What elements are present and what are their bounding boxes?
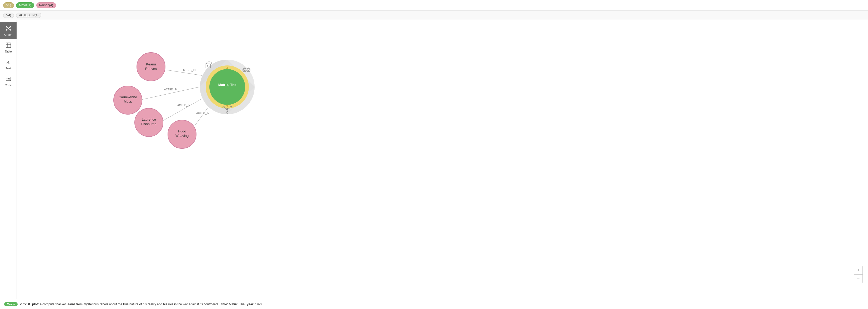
svg-line-5 <box>7 27 8 28</box>
graph-svg: ACTED_IN ACTED_IN ACTED_IN ACTED_IN Mat <box>17 20 868 299</box>
sidebar-item-table[interactable]: Table <box>0 39 17 56</box>
info-movie-badge: Movie <box>4 302 18 306</box>
hugo-label2: Weaving <box>176 134 189 138</box>
top-toolbar: *(5) Movie(1) Person(4) <box>0 0 868 10</box>
hugo-label1: Hugo <box>178 129 186 133</box>
graph-icon <box>5 25 12 32</box>
sidebar-code-label: Code <box>5 83 11 87</box>
node-hugo-weaving[interactable]: Hugo Weaving <box>168 120 196 148</box>
person-nodes-badge[interactable]: Person(4) <box>36 2 56 8</box>
svg-line-8 <box>8 28 10 30</box>
sidebar-table-label: Table <box>5 50 11 53</box>
info-id: <id>: 0 <box>20 302 30 306</box>
svg-point-25 <box>226 108 228 110</box>
all-nodes-badge[interactable]: *(5) <box>3 2 14 8</box>
title-value: Matrix, The <box>229 302 245 306</box>
edge-label-keanu: ACTED_IN <box>183 69 195 72</box>
graph-canvas: ACTED_IN ACTED_IN ACTED_IN ACTED_IN Mat <box>17 20 868 299</box>
carrie-label1: Carrie-Anne <box>119 95 137 99</box>
year-label: year: <box>247 302 254 306</box>
code-icon <box>5 75 12 82</box>
node-keanu-reeves[interactable]: Keanu Reeves <box>137 53 165 81</box>
all-rels-badge[interactable]: *(4) <box>3 12 14 18</box>
zoom-out-button[interactable]: − <box>854 275 863 283</box>
sidebar-item-text[interactable]: A Text <box>0 56 17 72</box>
movie-nodes-badge[interactable]: Movie(1) <box>16 2 34 8</box>
relationship-toolbar: *(4) ACTED_IN(4) <box>0 10 868 20</box>
acted-in-badge[interactable]: ACTED_IN(4) <box>16 12 41 18</box>
zoom-controls: + − <box>854 266 863 283</box>
edge-label-carrie: ACTED_IN <box>164 88 177 91</box>
carrie-label2: Moss <box>124 100 132 104</box>
info-plot-label: plot: A computer hacker learns from myst… <box>32 302 219 306</box>
text-icon: A <box>5 58 12 66</box>
sidebar-text-label: Text <box>5 67 11 70</box>
movie-label-line1: Matrix, The <box>218 83 237 87</box>
plot-label: plot: <box>32 302 39 306</box>
node-laurence-fishburne[interactable]: Laurence Fishburne <box>135 108 163 137</box>
svg-text:A: A <box>7 60 9 64</box>
year-value: 1999 <box>255 302 262 306</box>
movie-green-circle[interactable] <box>209 69 245 105</box>
node-carrie-anne-moss[interactable]: Carrie-Anne Moss <box>114 86 142 114</box>
keanu-label2: Reeves <box>145 67 157 71</box>
svg-point-17 <box>207 65 209 67</box>
zoom-in-button[interactable]: + <box>854 266 863 274</box>
laurence-label2: Fishburne <box>141 122 156 126</box>
edge-carrie <box>140 85 208 100</box>
table-icon <box>5 41 12 49</box>
edge-laurence <box>161 95 209 122</box>
plot-text: A computer hacker learns from mysterious… <box>40 302 219 306</box>
info-bar: Movie <id>: 0 plot: A computer hacker le… <box>0 299 868 309</box>
info-title: title: Matrix, The <box>221 302 245 306</box>
svg-line-6 <box>8 27 10 28</box>
edge-label-laurence: ACTED_IN <box>177 104 190 107</box>
title-label: title: <box>221 302 228 306</box>
svg-line-7 <box>7 28 8 30</box>
edge-label-hugo: ACTED_IN <box>196 112 209 114</box>
laurence-label1: Laurence <box>142 117 156 122</box>
sidebar: Graph Table A Text <box>0 20 17 299</box>
sidebar-graph-label: Graph <box>4 33 12 36</box>
svg-rect-9 <box>6 43 11 47</box>
svg-line-15 <box>8 78 9 80</box>
info-year: year: 1999 <box>247 302 262 306</box>
info-id-label: <id>: 0 <box>20 302 30 306</box>
sidebar-item-graph[interactable]: Graph <box>0 22 17 39</box>
sidebar-item-code[interactable]: Code <box>0 72 17 89</box>
keanu-label1: Keanu <box>146 62 156 66</box>
main-content: Graph Table A Text <box>0 20 868 299</box>
